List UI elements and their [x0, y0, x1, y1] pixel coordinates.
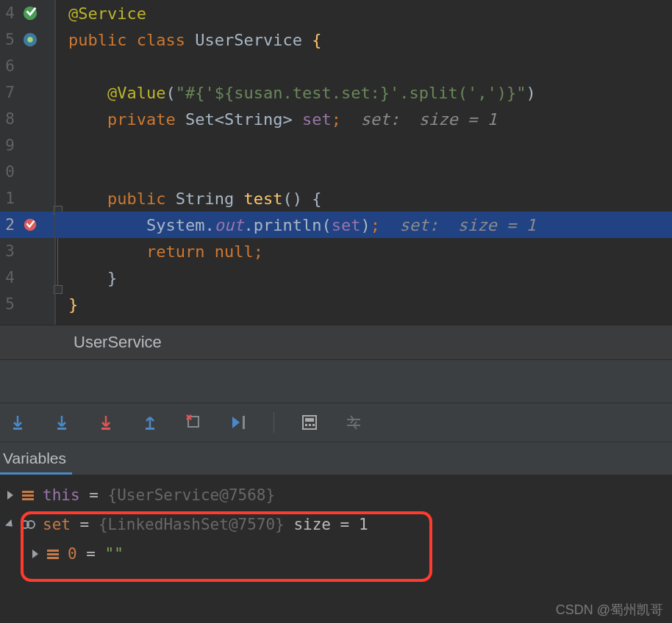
- variables-tab-label: Variables: [3, 450, 66, 467]
- svg-rect-12: [305, 424, 307, 426]
- svg-rect-22: [47, 557, 59, 559]
- evaluate-expression-icon[interactable]: [301, 414, 318, 431]
- gutter: 4 5 6 7 8 9 0 1 2 3 4 5: [0, 0, 55, 325]
- expand-icon[interactable]: [32, 550, 38, 558]
- svg-rect-16: [22, 494, 34, 497]
- run-to-cursor-icon[interactable]: [229, 414, 247, 431]
- debugger-toolbar: [0, 403, 672, 442]
- watermark: CSDN @蜀州凯哥: [556, 601, 663, 619]
- line-number: 0: [4, 163, 15, 181]
- line-number: 5: [4, 295, 15, 313]
- watch-icon: [21, 517, 35, 532]
- breadcrumb-item[interactable]: UserService: [74, 333, 162, 352]
- step-into-icon[interactable]: [53, 414, 71, 431]
- gutter-row[interactable]: 5: [0, 26, 54, 53]
- object-icon: [21, 488, 35, 503]
- svg-rect-6: [101, 428, 110, 430]
- bean-icon[interactable]: [22, 32, 38, 48]
- gutter-row[interactable]: 2: [0, 212, 54, 238]
- element-icon: [46, 547, 60, 561]
- gutter-row[interactable]: 4: [0, 0, 54, 26]
- svg-rect-10: [303, 416, 316, 429]
- drop-frame-icon[interactable]: [185, 414, 203, 431]
- step-out-icon[interactable]: [141, 414, 159, 431]
- breakpoint-icon[interactable]: [22, 217, 38, 233]
- expand-icon[interactable]: [7, 491, 13, 500]
- svg-rect-5: [57, 428, 66, 430]
- line-number: 4: [4, 269, 15, 287]
- line-number: 5: [4, 31, 15, 48]
- variable-row[interactable]: 0 = "": [7, 539, 672, 569]
- annotation: @Service: [68, 4, 146, 23]
- toolbar-separator: [274, 412, 274, 433]
- line-number: 1: [4, 190, 15, 207]
- variables-tab[interactable]: Variables: [0, 442, 672, 475]
- run-class-icon[interactable]: [22, 5, 38, 21]
- line-number: 8: [4, 110, 15, 128]
- line-number: 4: [4, 4, 15, 22]
- svg-rect-13: [309, 424, 311, 426]
- code-area[interactable]: @Service public class UserService { @Val…: [55, 0, 672, 325]
- current-exec-line: System.out.println(set); set: size = 1: [55, 212, 672, 238]
- inline-hint: set: size = 1: [380, 216, 536, 234]
- line-number: 6: [4, 57, 15, 75]
- svg-rect-20: [47, 550, 59, 552]
- collapse-icon[interactable]: [5, 519, 15, 530]
- inline-hint: set: size = 1: [341, 110, 497, 129]
- svg-rect-7: [146, 428, 154, 430]
- svg-rect-17: [22, 498, 34, 500]
- line-number: 2: [4, 216, 15, 234]
- code-editor: 4 5 6 7 8 9 0 1 2 3 4 5 @Service publ: [0, 0, 672, 325]
- svg-rect-4: [13, 428, 22, 430]
- svg-rect-14: [312, 424, 315, 426]
- separator-gap: [0, 360, 672, 403]
- trace-current-stream-icon[interactable]: [345, 414, 362, 431]
- svg-rect-21: [47, 553, 59, 555]
- svg-rect-15: [22, 491, 34, 493]
- svg-rect-11: [305, 418, 314, 422]
- variable-row[interactable]: this = {UserService@7568}: [7, 480, 672, 510]
- line-number: 3: [4, 242, 15, 260]
- svg-rect-9: [243, 416, 245, 429]
- breadcrumb[interactable]: UserService: [0, 325, 672, 360]
- force-step-into-icon[interactable]: [97, 414, 115, 431]
- line-number: 9: [4, 137, 15, 154]
- line-number: 7: [4, 84, 15, 101]
- step-over-icon[interactable]: [9, 414, 26, 431]
- variable-row[interactable]: set = {LinkedHashSet@7570} size = 1: [7, 510, 672, 539]
- svg-point-2: [27, 37, 32, 42]
